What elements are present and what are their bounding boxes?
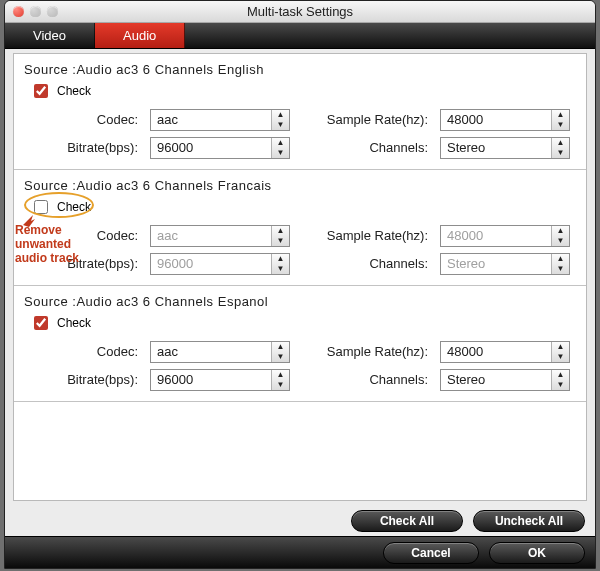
check-row: Check	[30, 313, 576, 333]
check-all-button[interactable]: Check All	[351, 510, 463, 532]
bitrate-stepper[interactable]: ▲▼	[150, 369, 290, 391]
channels-label: Channels:	[300, 140, 430, 155]
close-icon[interactable]	[13, 6, 24, 17]
fields-grid: Codec: ▲▼ Sample Rate(hz): ▲▼ Bitrate(bp…	[30, 341, 576, 391]
stepper-arrows-icon[interactable]: ▲▼	[551, 110, 569, 130]
fields-grid: Codec: ▲▼ Sample Rate(hz): ▲▼ Bitrate(bp…	[30, 109, 576, 159]
channels-stepper[interactable]: ▲▼	[440, 137, 570, 159]
codec-stepper[interactable]: ▲▼	[150, 341, 290, 363]
stepper-arrows-icon[interactable]: ▲▼	[551, 226, 569, 246]
bitrate-stepper[interactable]: ▲▼	[150, 253, 290, 275]
stepper-arrows-icon[interactable]: ▲▼	[551, 254, 569, 274]
bitrate-input[interactable]	[150, 137, 290, 159]
source-label: Source :Audio ac3 6 Channels Espanol	[24, 294, 576, 309]
samplerate-stepper[interactable]: ▲▼	[440, 109, 570, 131]
codec-label: Codec:	[30, 228, 140, 243]
samplerate-stepper[interactable]: ▲▼	[440, 341, 570, 363]
bitrate-label: Bitrate(bps):	[30, 372, 140, 387]
channels-stepper[interactable]: ▲▼	[440, 369, 570, 391]
tab-video[interactable]: Video	[5, 23, 95, 48]
check-checkbox[interactable]	[34, 84, 48, 98]
channels-label: Channels:	[300, 256, 430, 271]
codec-stepper[interactable]: ▲▼	[150, 225, 290, 247]
ok-button[interactable]: OK	[489, 542, 585, 564]
stepper-arrows-icon[interactable]: ▲▼	[271, 138, 289, 158]
stepper-arrows-icon[interactable]: ▲▼	[271, 254, 289, 274]
stepper-arrows-icon[interactable]: ▲▼	[551, 342, 569, 362]
samplerate-label: Sample Rate(hz):	[300, 228, 430, 243]
cancel-button[interactable]: Cancel	[383, 542, 479, 564]
zoom-icon[interactable]	[47, 6, 58, 17]
codec-stepper[interactable]: ▲▼	[150, 109, 290, 131]
source-label: Source :Audio ac3 6 Channels Francais	[24, 178, 576, 193]
fields-grid: Codec: ▲▼ Sample Rate(hz): ▲▼ Bitrate(bp…	[30, 225, 576, 275]
track-group: Source :Audio ac3 6 Channels Espanol Che…	[14, 286, 586, 402]
check-label: Check	[57, 84, 91, 98]
tab-bar: Video Audio	[5, 23, 595, 49]
check-label: Check	[57, 316, 91, 330]
stepper-arrows-icon[interactable]: ▲▼	[551, 138, 569, 158]
check-row: Check	[30, 197, 576, 217]
bitrate-input[interactable]	[150, 253, 290, 275]
window-controls	[13, 6, 58, 17]
minimize-icon[interactable]	[30, 6, 41, 17]
titlebar: Multi-task Settings	[5, 1, 595, 23]
stepper-arrows-icon[interactable]: ▲▼	[271, 226, 289, 246]
footer-dialog-buttons: Cancel OK	[5, 536, 595, 568]
channels-label: Channels:	[300, 372, 430, 387]
samplerate-label: Sample Rate(hz):	[300, 112, 430, 127]
codec-input[interactable]	[150, 341, 290, 363]
track-list[interactable]: Source :Audio ac3 6 Channels English Che…	[13, 53, 587, 501]
bitrate-label: Bitrate(bps):	[30, 140, 140, 155]
source-label: Source :Audio ac3 6 Channels English	[24, 62, 576, 77]
stepper-arrows-icon[interactable]: ▲▼	[271, 370, 289, 390]
bitrate-stepper[interactable]: ▲▼	[150, 137, 290, 159]
codec-label: Codec:	[30, 112, 140, 127]
codec-input[interactable]	[150, 109, 290, 131]
stepper-arrows-icon[interactable]: ▲▼	[551, 370, 569, 390]
settings-window: Multi-task Settings Video Audio Source :…	[4, 0, 596, 569]
check-checkbox[interactable]	[34, 200, 48, 214]
tab-audio[interactable]: Audio	[95, 23, 185, 48]
check-checkbox[interactable]	[34, 316, 48, 330]
bitrate-label: Bitrate(bps):	[30, 256, 140, 271]
footer-check-buttons: Check All Uncheck All	[5, 504, 595, 536]
codec-label: Codec:	[30, 344, 140, 359]
stepper-arrows-icon[interactable]: ▲▼	[271, 110, 289, 130]
track-group: Source :Audio ac3 6 Channels English Che…	[14, 54, 586, 170]
codec-input[interactable]	[150, 225, 290, 247]
channels-stepper[interactable]: ▲▼	[440, 253, 570, 275]
bitrate-input[interactable]	[150, 369, 290, 391]
track-group: Source :Audio ac3 6 Channels Francais Ch…	[14, 170, 586, 286]
stepper-arrows-icon[interactable]: ▲▼	[271, 342, 289, 362]
content-area: Source :Audio ac3 6 Channels English Che…	[5, 49, 595, 504]
window-title: Multi-task Settings	[5, 4, 595, 19]
samplerate-label: Sample Rate(hz):	[300, 344, 430, 359]
samplerate-stepper[interactable]: ▲▼	[440, 225, 570, 247]
uncheck-all-button[interactable]: Uncheck All	[473, 510, 585, 532]
check-row: Check	[30, 81, 576, 101]
check-label: Check	[57, 200, 91, 214]
